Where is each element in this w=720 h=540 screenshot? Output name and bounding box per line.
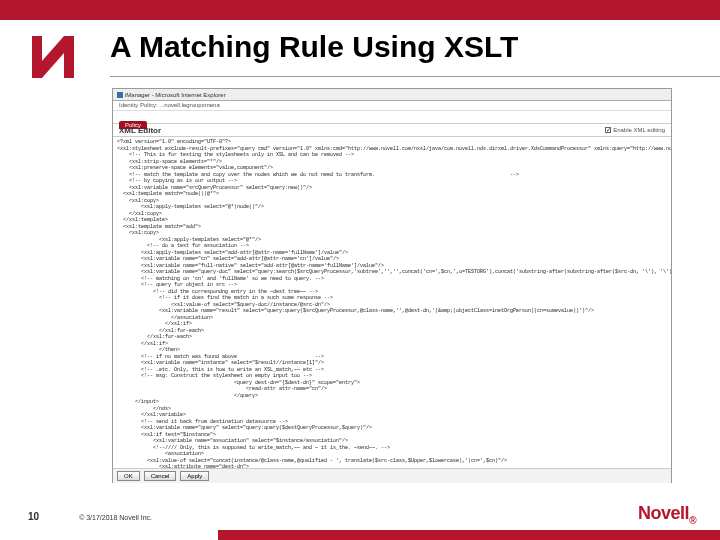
ok-button[interactable]: OK xyxy=(117,471,140,481)
slide-title: A Matching Rule Using XSLT xyxy=(110,30,518,64)
novell-logo-text: Novell xyxy=(638,503,689,523)
title-divider xyxy=(110,76,720,77)
copyright: © 3/17/2018 Novell Inc. xyxy=(79,514,152,521)
footer-accent-bar xyxy=(218,530,720,540)
novell-logo: Novell® xyxy=(638,503,696,526)
wrap-label: Enable XML editing xyxy=(613,127,665,133)
top-accent-bar xyxy=(0,0,720,20)
button-bar: OK Cancel Apply xyxy=(113,469,671,483)
editor-toolbar: XML Editor Enable XML editing xyxy=(113,123,671,137)
browser-window: iManager - Microsoft Internet Explorer I… xyxy=(112,88,672,483)
ie-icon xyxy=(117,92,123,98)
window-titlebar: iManager - Microsoft Internet Explorer xyxy=(113,89,671,101)
slide: A Matching Rule Using XSLT iManager - Mi… xyxy=(0,0,720,540)
window-title-text: iManager - Microsoft Internet Explorer xyxy=(125,92,226,98)
registered-icon: ® xyxy=(689,515,696,526)
footer: 10 © 3/17/2018 Novell Inc. xyxy=(28,511,152,522)
xml-code[interactable]: <?xml version="1.0" encoding="UTF-8"?> <… xyxy=(113,137,671,469)
breadcrumb: Identity Policy: ...novell.legroupsmena xyxy=(113,101,671,111)
apply-button[interactable]: Apply xyxy=(180,471,209,481)
n-logo-icon xyxy=(28,32,78,82)
cancel-button[interactable]: Cancel xyxy=(144,471,177,481)
tab-strip: Policy xyxy=(113,111,671,123)
checkbox-icon[interactable] xyxy=(605,127,611,133)
editor-label: XML Editor xyxy=(119,126,161,135)
xml-code-area[interactable]: <?xml version="1.0" encoding="UTF-8"?> <… xyxy=(113,137,671,469)
xml-editing-toggle[interactable]: Enable XML editing xyxy=(605,127,665,133)
page-number: 10 xyxy=(28,511,39,522)
